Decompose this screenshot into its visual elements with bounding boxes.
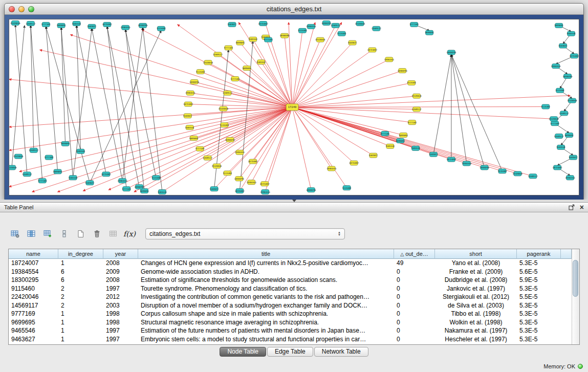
column-header-short[interactable]: short	[435, 249, 517, 259]
graph-node[interactable]: 9465546	[69, 176, 77, 180]
vertical-scrollbar[interactable]	[572, 249, 579, 344]
citation-edge[interactable]	[451, 54, 467, 163]
graph-node[interactable]: 19384554	[565, 176, 575, 180]
table-row[interactable]: 911546021997Tourette syndrome. Phenomeno…	[9, 285, 572, 293]
citation-edge[interactable]	[292, 107, 311, 190]
graph-node[interactable]: 18724007	[101, 172, 112, 177]
graph-node[interactable]: 9115460	[541, 104, 550, 109]
citation-edge[interactable]	[90, 31, 161, 183]
graph-node[interactable]: 19384554	[551, 64, 561, 69]
graph-node[interactable]: 9465546	[185, 125, 194, 130]
column-header-title[interactable]: title	[138, 249, 394, 259]
delete-table-button[interactable]	[90, 228, 103, 240]
table-row[interactable]: 969969511998Structural magnetic resonanc…	[9, 318, 572, 327]
table-mode-button[interactable]	[8, 228, 21, 240]
citation-edge[interactable]	[292, 107, 373, 156]
graph-node[interactable]: 9463627	[369, 153, 378, 158]
graph-node[interactable]: 14569117	[554, 134, 564, 139]
tab-network-table[interactable]: Network Table	[314, 347, 368, 357]
graph-node[interactable]: 9463627	[348, 40, 357, 45]
table-row[interactable]: 946554611997Estimation of the future num…	[9, 326, 572, 335]
citation-edge[interactable]	[292, 59, 389, 107]
graph-node[interactable]: 9777169	[122, 187, 131, 191]
graph-node[interactable]: 18300295	[138, 23, 148, 28]
graph-node[interactable]: 18724007	[235, 189, 245, 193]
graph-node[interactable]: 9777169	[408, 120, 417, 125]
graph-node[interactable]: 18300295	[446, 50, 456, 55]
window-titlebar[interactable]: citations_edges.txt	[5, 4, 583, 15]
citation-edge[interactable]	[292, 23, 342, 107]
citation-edge[interactable]	[451, 54, 503, 171]
graph-node[interactable]: 9699695	[565, 133, 574, 138]
graph-node[interactable]: 18724007	[349, 161, 359, 165]
table-row[interactable]: 1830029562008Estimation of significance …	[9, 276, 572, 285]
graph-node[interactable]: 9115460	[407, 80, 416, 85]
graph-node[interactable]: 9463627	[210, 187, 219, 191]
graph-node[interactable]: 19384554	[384, 57, 395, 62]
function-builder-button[interactable]: f(x)	[123, 228, 136, 240]
citation-edge[interactable]	[292, 96, 417, 107]
graph-node[interactable]: 9699695	[243, 66, 251, 71]
zoom-window-button[interactable]	[28, 6, 34, 12]
graph-node[interactable]: 9465546	[411, 146, 420, 150]
citation-edge[interactable]	[292, 96, 570, 107]
graph-node[interactable]: 18300295	[134, 185, 144, 189]
new-table-button[interactable]	[74, 228, 87, 240]
citation-edge[interactable]	[190, 93, 292, 107]
graph-node[interactable]: 9115460	[220, 123, 229, 127]
graph-node[interactable]: 19384554	[326, 166, 337, 171]
citation-edge[interactable]	[15, 25, 27, 174]
close-window-button[interactable]	[9, 6, 15, 12]
graph-node[interactable]: 9777169	[264, 37, 273, 42]
citation-edge[interactable]	[292, 31, 302, 107]
citation-edge[interactable]	[292, 83, 411, 107]
graph-node[interactable]: 22420046	[412, 94, 422, 98]
graph-node[interactable]: 9777169	[410, 22, 419, 27]
graph-node[interactable]: 9699695	[555, 23, 563, 28]
citation-edge[interactable]	[292, 23, 315, 107]
graph-node[interactable]: 18300295	[234, 177, 245, 181]
graph-node[interactable]: 9465546	[249, 37, 257, 41]
citation-edge[interactable]	[125, 30, 156, 178]
citation-edge[interactable]	[125, 30, 144, 191]
graph-node[interactable]: 14569117	[26, 21, 36, 26]
table-row[interactable]: 977716911998Corpus callosum shape and si…	[9, 310, 572, 318]
graph-node[interactable]: 9115460	[152, 176, 161, 180]
citation-edge[interactable]	[12, 26, 25, 168]
graph-node[interactable]: 18300295	[225, 137, 235, 142]
graph-node[interactable]: 14569117	[559, 111, 570, 116]
graph-node[interactable]: 9699695	[236, 40, 245, 45]
column-header-year[interactable]: year	[103, 249, 138, 259]
graph-node[interactable]: 18300295	[306, 188, 316, 192]
graph-node[interactable]: 9699695	[399, 133, 408, 138]
graph-node[interactable]: 9777169	[381, 132, 389, 136]
graph-node[interactable]: 9777169	[195, 146, 204, 151]
citation-edge[interactable]	[292, 107, 347, 188]
graph-node[interactable]: 18724007	[258, 21, 269, 26]
float-panel-button[interactable]	[569, 204, 575, 210]
graph-node[interactable]: 19384554	[185, 91, 195, 95]
graph-node[interactable]: 18300295	[189, 79, 200, 84]
graph-node[interactable]: 9777169	[45, 155, 53, 160]
graph-node[interactable]: 14569117	[22, 172, 32, 177]
citation-edge[interactable]	[266, 37, 292, 107]
citation-edge[interactable]	[292, 107, 533, 177]
citation-edge[interactable]	[143, 28, 162, 192]
show-columns-button[interactable]	[25, 228, 38, 240]
graph-node[interactable]: 9463627	[228, 22, 236, 27]
graph-node[interactable]: 9465546	[72, 21, 81, 26]
tab-node-table[interactable]: Node Table	[220, 347, 266, 357]
graph-node[interactable]: 9465546	[76, 149, 85, 154]
graph-node[interactable]: 22420046	[212, 164, 222, 168]
graph-node[interactable]: 14569117	[213, 52, 223, 57]
citation-edge[interactable]	[235, 79, 292, 107]
graph-node[interactable]: 9115460	[157, 26, 166, 31]
citation-edge[interactable]	[46, 27, 58, 172]
graph-node[interactable]: 9463627	[88, 24, 96, 29]
citation-edge[interactable]	[200, 107, 292, 149]
graph-node[interactable]: 9115460	[196, 70, 205, 74]
tab-edge-table[interactable]: Edge Table	[267, 347, 313, 357]
table-row[interactable]: 2242004622012Investigating the contribut…	[9, 293, 572, 301]
graph-node[interactable]: 14569117	[412, 107, 422, 112]
graph-node[interactable]: 9115460	[337, 31, 346, 36]
